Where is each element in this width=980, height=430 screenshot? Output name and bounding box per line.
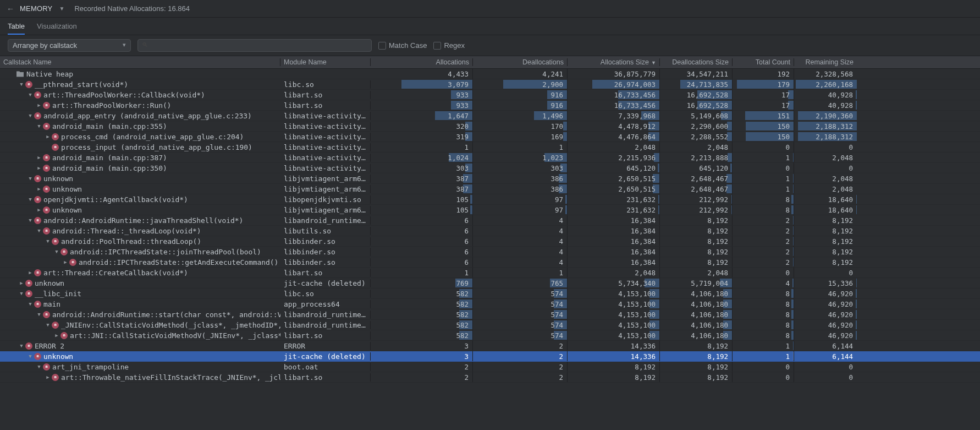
callstack-name-cell: android_main (main.cpp:387) bbox=[0, 154, 280, 162]
table-row[interactable]: android::IPCThreadState::joinThreadPool(… bbox=[0, 247, 980, 257]
expand-toggle-icon[interactable] bbox=[45, 322, 51, 328]
back-arrow-icon[interactable]: ← bbox=[7, 4, 14, 13]
expand-toggle-icon[interactable] bbox=[27, 353, 33, 359]
method-icon bbox=[25, 342, 32, 350]
column-deallocations-size[interactable]: Deallocations Size bbox=[660, 58, 733, 66]
expand-toggle-icon[interactable] bbox=[19, 280, 24, 286]
module-cell: libopenjdkjvmti.so bbox=[280, 195, 371, 204]
expand-toggle-icon[interactable] bbox=[36, 102, 42, 108]
table-row[interactable]: art::Thread::CreateCallback(void*)libart… bbox=[0, 268, 980, 278]
table-row[interactable]: android_main (main.cpp:387)libnative-act… bbox=[0, 153, 980, 163]
expand-toggle-icon[interactable] bbox=[36, 165, 42, 171]
expand-toggle-icon[interactable] bbox=[27, 113, 33, 118]
expand-toggle-icon[interactable] bbox=[27, 301, 33, 307]
table-row[interactable]: unknownlibjvmtiagent_arm64.so10597231,63… bbox=[0, 205, 980, 215]
table-row[interactable]: process_cmd (android_native_app_glue.c:2… bbox=[0, 132, 980, 142]
callstack-name-cell: process_cmd (android_native_app_glue.c:2… bbox=[0, 133, 280, 141]
table-row[interactable]: android::Thread::_threadLoop(void*)libut… bbox=[0, 226, 980, 236]
memory-title[interactable]: MEMORY bbox=[20, 4, 52, 13]
table-row[interactable]: unknownlibjvmtiagent_arm64.so3873862,650… bbox=[0, 173, 980, 184]
expand-toggle-icon[interactable] bbox=[27, 92, 33, 97]
expand-toggle-icon[interactable] bbox=[36, 186, 42, 192]
table-row[interactable]: openjdkjvmti::AgentCallback(void*)libope… bbox=[0, 194, 980, 205]
expand-toggle-icon[interactable] bbox=[27, 176, 33, 181]
expand-toggle-icon[interactable] bbox=[45, 374, 51, 380]
expand-toggle-icon[interactable] bbox=[36, 312, 42, 317]
table-row[interactable]: art_jni_trampolineboot.oat228,1928,19200 bbox=[0, 362, 980, 372]
callstack-name-cell: Native heap bbox=[0, 70, 280, 78]
column-remaining-size[interactable]: Remaining Size bbox=[794, 58, 857, 66]
table-row[interactable]: mainapp_process645825744,153,1004,106,18… bbox=[0, 299, 980, 309]
expand-toggle-icon[interactable] bbox=[27, 217, 33, 223]
expand-toggle-icon[interactable] bbox=[63, 259, 68, 265]
module-cell: libutils.so bbox=[280, 227, 371, 235]
expand-toggle-icon[interactable] bbox=[36, 155, 42, 160]
method-icon bbox=[43, 227, 50, 235]
tab-table[interactable]: Table bbox=[8, 22, 25, 35]
sort-desc-icon: ▼ bbox=[651, 60, 656, 66]
table-row[interactable]: ERROR 2ERROR3214,3368,19216,144 bbox=[0, 341, 980, 351]
tab-visualization[interactable]: Visualization bbox=[37, 22, 77, 35]
chevron-down-icon[interactable]: ▼ bbox=[59, 6, 64, 12]
expand-toggle-icon[interactable] bbox=[36, 123, 42, 129]
module-cell: libart.so bbox=[280, 101, 371, 110]
column-total-count[interactable]: Total Count bbox=[733, 58, 794, 66]
module-cell: libbinder.so bbox=[280, 237, 371, 246]
table-row[interactable]: android_main (main.cpp:355)libnative-act… bbox=[0, 121, 980, 132]
callstack-label: process_input (android_native_app_glue.c… bbox=[61, 143, 252, 151]
search-input[interactable] bbox=[137, 39, 372, 52]
expand-toggle-icon[interactable] bbox=[36, 207, 42, 213]
module-cell: libc.so bbox=[280, 290, 371, 298]
table-row[interactable]: unknownjit-cache (deleted)7697655,734,34… bbox=[0, 278, 980, 289]
expand-toggle-icon[interactable] bbox=[54, 249, 59, 254]
table-row[interactable]: unknownlibjvmtiagent_arm64.so3873862,650… bbox=[0, 184, 980, 194]
regex-checkbox[interactable]: Regex bbox=[433, 41, 465, 50]
expand-toggle-icon[interactable] bbox=[19, 343, 24, 349]
callstack-name-cell: android::Thread::_threadLoop(void*) bbox=[0, 227, 280, 235]
table-row[interactable]: android_app_entry (android_native_app_gl… bbox=[0, 111, 980, 121]
module-cell: libjvmtiagent_arm64.so bbox=[280, 185, 371, 193]
table-row[interactable]: __pthread_start(void*)libc.so3,0792,9002… bbox=[0, 79, 980, 90]
expand-toggle-icon[interactable] bbox=[36, 364, 42, 369]
table-row[interactable]: android::PoolThread::threadLoop()libbind… bbox=[0, 236, 980, 247]
module-cell: libbinder.so bbox=[280, 248, 371, 256]
table-row[interactable]: android_main (main.cpp:350)libnative-act… bbox=[0, 163, 980, 173]
table-row[interactable]: Native heap4,4334,24136,875,77934,547,21… bbox=[0, 69, 980, 79]
expand-toggle-icon[interactable] bbox=[45, 134, 51, 139]
table-row[interactable]: art::ThreadPoolWorker::Run()libart.so933… bbox=[0, 100, 980, 111]
column-allocations[interactable]: Allocations bbox=[371, 58, 473, 66]
expand-toggle-icon[interactable] bbox=[36, 228, 42, 233]
expand-toggle-icon[interactable] bbox=[45, 238, 51, 244]
callstack-label: unknown bbox=[43, 352, 73, 361]
arrange-dropdown[interactable]: Arrange by callstack bbox=[8, 39, 131, 52]
callstack-label: unknown bbox=[52, 206, 82, 214]
recording-subtitle: Recorded Native Allocations: 16.864 bbox=[74, 4, 190, 13]
table-row[interactable]: art::ThreadPoolWorker::Callback(void*)li… bbox=[0, 90, 980, 100]
column-allocations-size[interactable]: Allocations Size▼ bbox=[568, 58, 660, 66]
table-row[interactable]: art::JNI::CallStaticVoidMethodV(_JNIEnv*… bbox=[0, 330, 980, 341]
expand-toggle-icon[interactable] bbox=[54, 333, 59, 338]
table-row[interactable]: android::AndroidRuntime::javaThreadShell… bbox=[0, 215, 980, 226]
expand-toggle-icon[interactable] bbox=[27, 197, 33, 202]
column-deallocations[interactable]: Deallocations bbox=[473, 58, 568, 66]
callstack-name-cell: unknown bbox=[0, 185, 280, 193]
table-row[interactable]: android::IPCThreadState::getAndExecuteCo… bbox=[0, 257, 980, 268]
method-icon bbox=[34, 112, 41, 119]
table-row[interactable]: _JNIEnv::CallStaticVoidMethod(_jclass*, … bbox=[0, 320, 980, 330]
column-module[interactable]: Module Name bbox=[280, 58, 371, 66]
table-row[interactable]: process_input (android_native_app_glue.c… bbox=[0, 142, 980, 153]
table-row[interactable]: android::AndroidRuntime::start(char cons… bbox=[0, 309, 980, 320]
table-row[interactable]: __libc_initlibc.so5825744,153,1004,106,1… bbox=[0, 289, 980, 299]
expand-toggle-icon[interactable] bbox=[19, 291, 24, 296]
callstack-name-cell: ERROR 2 bbox=[0, 342, 280, 350]
table-row[interactable]: art::Throwable_nativeFillInStackTrace(_J… bbox=[0, 372, 980, 383]
expand-toggle-icon[interactable] bbox=[19, 81, 24, 87]
module-cell: libnative-activity.so bbox=[280, 154, 371, 162]
expand-toggle-icon[interactable] bbox=[27, 270, 33, 275]
column-callstack-name[interactable]: Callstack Name bbox=[0, 58, 280, 66]
callstack-name-cell: unknown bbox=[0, 206, 280, 214]
match-case-checkbox[interactable]: Match Case bbox=[378, 41, 427, 50]
table-row[interactable]: unknownjit-cache (deleted)3214,3368,1921… bbox=[0, 351, 980, 362]
module-cell: libnative-activity.so bbox=[280, 143, 371, 151]
checkbox-icon bbox=[378, 42, 386, 50]
